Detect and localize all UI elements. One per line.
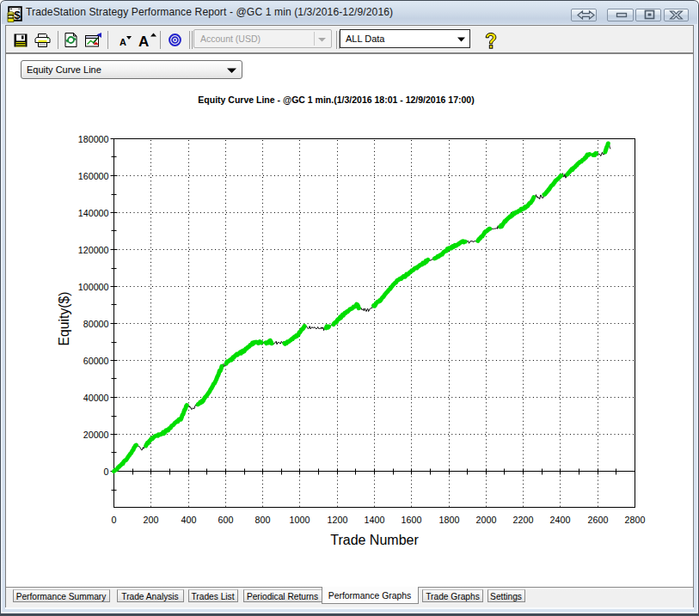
svg-text:A: A: [120, 37, 126, 46]
svg-text:A: A: [138, 34, 149, 47]
svg-text:$: $: [14, 9, 21, 21]
